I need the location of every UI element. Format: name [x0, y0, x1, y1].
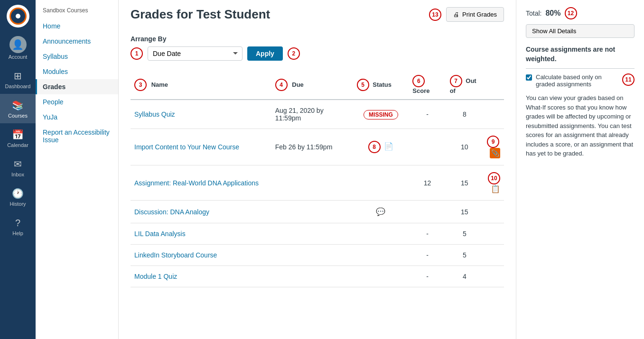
- sidebar-link-syllabus[interactable]: Syllabus: [36, 49, 118, 64]
- due-date-cell: Aug 21, 2020 by 11:59pm: [271, 100, 353, 129]
- status-cell: 💬: [353, 201, 409, 223]
- sidebar-item-calendar[interactable]: 📅 Calendar: [0, 123, 36, 153]
- sidebar-link-people[interactable]: People: [36, 94, 118, 110]
- action-cell: 10 📋: [483, 165, 504, 201]
- due-date-cell: [271, 201, 353, 223]
- assignment-name-cell: Assignment: Real-World DNA Applications: [131, 165, 271, 201]
- assignment-link[interactable]: Assignment: Real-World DNA Applications: [134, 179, 259, 187]
- outof-cell: 15: [446, 165, 483, 201]
- sidebar-link-accessibility[interactable]: Report an Accessibility Issue: [36, 125, 118, 147]
- course-sidebar: Sandbox Courses Home Announcements Sylla…: [36, 0, 119, 339]
- outof-cell: 8: [446, 100, 483, 129]
- inbox-label: Inbox: [11, 172, 24, 177]
- arrange-select[interactable]: Due Date Assignment Name Assignment Grou…: [148, 46, 243, 61]
- sidebar-link-announcements[interactable]: Announcements: [36, 34, 118, 49]
- total-line: Total: 80% 12: [526, 7, 635, 19]
- status-cell: [353, 266, 409, 287]
- graded-checkbox-row: Calculate based only on graded assignmen…: [526, 73, 635, 88]
- sidebar-item-history[interactable]: 🕐 History: [0, 182, 36, 211]
- action-cell: [483, 223, 504, 245]
- score-cell: [409, 201, 446, 223]
- assignment-name-cell: Import Content to Your New Course: [131, 129, 271, 165]
- due-date-cell: [271, 266, 353, 287]
- help-label: Help: [12, 230, 23, 236]
- assignment-link[interactable]: LinkedIn Storyboard Course: [134, 251, 217, 259]
- column-header-name: 3 Name: [131, 70, 271, 100]
- print-label: Print Grades: [462, 11, 497, 18]
- assignment-link[interactable]: Syllabus Quiz: [134, 110, 175, 118]
- courses-icon: 📚: [11, 99, 25, 112]
- assignment-name-cell: LIL Data Analysis: [131, 223, 271, 245]
- total-label: Total:: [526, 9, 541, 17]
- arrange-by-section: Arrange By 1 Due Date Assignment Name As…: [131, 35, 504, 61]
- history-label: History: [9, 201, 26, 207]
- table-row: Assignment: Real-World DNA Applications …: [131, 165, 504, 201]
- app-logo[interactable]: [7, 5, 29, 27]
- rubric-icon: 📋: [491, 185, 500, 193]
- score-icon: 📄: [384, 142, 393, 150]
- calendar-label: Calendar: [7, 142, 28, 148]
- assignment-link[interactable]: Import Content to Your New Course: [134, 143, 239, 151]
- status-cell: [353, 223, 409, 245]
- page-title: Grades for Test Student: [131, 7, 270, 22]
- missing-badge: MISSING: [364, 110, 398, 119]
- calendar-icon: 📅: [11, 128, 25, 141]
- graded-checkbox[interactable]: [526, 74, 532, 81]
- action-cell: [483, 266, 504, 287]
- assignment-link[interactable]: LIL Data Analysis: [134, 230, 186, 238]
- courses-label: Courses: [8, 113, 28, 119]
- what-if-icon[interactable]: 📎: [490, 148, 500, 158]
- assignment-name-cell: Syllabus Quiz: [131, 100, 271, 129]
- outof-cell: 5: [446, 245, 483, 266]
- assignment-link[interactable]: Discussion: DNA Analogy: [134, 208, 209, 216]
- due-date-cell: [271, 245, 353, 266]
- table-row: Syllabus Quiz Aug 21, 2020 by 11:59pm MI…: [131, 100, 504, 129]
- due-date-cell: Feb 26 by 11:59pm: [271, 129, 353, 165]
- apply-button[interactable]: Apply: [247, 46, 283, 61]
- callout-5: 5: [357, 79, 369, 91]
- score-cell: -: [409, 100, 446, 129]
- callout-9: 9: [487, 136, 499, 148]
- sidebar-item-account[interactable]: 👤 Account: [0, 31, 36, 64]
- discussion-icon: 💬: [376, 208, 385, 216]
- sidebar-link-grades[interactable]: Grades: [36, 79, 118, 94]
- score-cell: -: [409, 245, 446, 266]
- column-header-due: 4 Due: [271, 70, 353, 100]
- table-row: LinkedIn Storyboard Course - 5: [131, 245, 504, 266]
- sidebar-link-modules[interactable]: Modules: [36, 64, 118, 79]
- show-all-details-button[interactable]: Show All Details: [526, 24, 635, 38]
- assignment-name-cell: LinkedIn Storyboard Course: [131, 245, 271, 266]
- sidebar-item-inbox[interactable]: ✉ Inbox: [0, 153, 36, 182]
- column-header-score: 6 Score: [409, 70, 446, 100]
- assignment-link[interactable]: Module 1 Quiz: [134, 273, 177, 280]
- grades-table: 3 Name 4 Due 5 Status 6 Score 7 Out of: [131, 70, 504, 287]
- due-date-cell: [271, 223, 353, 245]
- callout-12: 12: [565, 7, 577, 19]
- print-grades-button[interactable]: 🖨 Print Grades: [446, 7, 504, 22]
- graded-checkbox-label: Calculate based only on graded assignmen…: [536, 73, 618, 88]
- status-cell: MISSING: [353, 100, 409, 129]
- due-date-cell: [271, 165, 353, 201]
- dashboard-icon: ⊞: [11, 69, 25, 82]
- status-cell: [353, 245, 409, 266]
- score-cell: [409, 129, 446, 165]
- action-cell: [483, 201, 504, 223]
- callout-1: 1: [131, 47, 143, 60]
- panel-divider: [526, 68, 635, 69]
- score-cell: -: [409, 223, 446, 245]
- outof-cell: 15: [446, 201, 483, 223]
- sidebar-item-help[interactable]: ? Help: [0, 211, 36, 241]
- sidebar-item-dashboard[interactable]: ⊞ Dashboard: [0, 64, 36, 94]
- callout-3: 3: [134, 79, 147, 91]
- sidebar-item-courses[interactable]: 📚 Courses: [0, 94, 36, 123]
- column-header-action: [483, 70, 504, 100]
- status-cell: [353, 165, 409, 201]
- account-label: Account: [9, 54, 28, 60]
- account-avatar: 👤: [9, 36, 27, 53]
- status-cell: 8 📄: [353, 129, 409, 165]
- table-row: Module 1 Quiz - 4: [131, 266, 504, 287]
- sidebar-link-yuja[interactable]: YuJa: [36, 110, 118, 125]
- callout-11: 11: [622, 73, 635, 86]
- sidebar-link-home[interactable]: Home: [36, 18, 118, 34]
- not-weighted-text: Course assignments are not weighted.: [526, 45, 635, 64]
